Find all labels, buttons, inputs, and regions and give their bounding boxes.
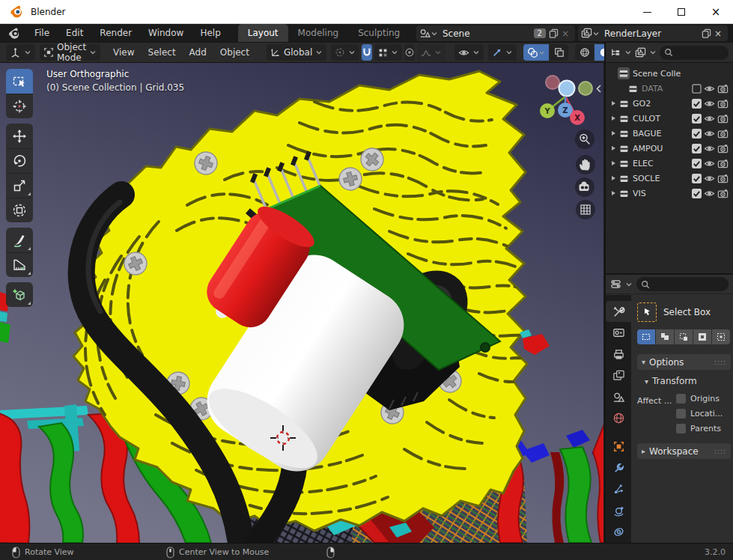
outliner-search[interactable]: [660, 46, 729, 60]
tab-modifiers[interactable]: [606, 457, 631, 478]
snap-toggle[interactable]: [362, 44, 372, 61]
select-mode-subtract[interactable]: [675, 329, 693, 344]
visibility-selector[interactable]: [454, 44, 484, 61]
minimize-button[interactable]: [630, 0, 664, 24]
exclude-checkbox-on[interactable]: [692, 159, 702, 168]
panel-grip-icon[interactable]: ::::: [714, 448, 726, 455]
shading-wireframe-button[interactable]: [575, 44, 594, 61]
menu-add[interactable]: Add: [183, 47, 213, 58]
overlays-toggle[interactable]: [523, 44, 549, 61]
hide-eye-icon[interactable]: [704, 83, 715, 94]
outliner-row-scene-collection[interactable]: Scene Colle: [606, 66, 733, 81]
snap-settings[interactable]: [374, 44, 402, 61]
expand-arrow-icon[interactable]: [609, 115, 618, 121]
affect-locations-option[interactable]: Locati...: [676, 409, 723, 419]
tab-modeling[interactable]: Modeling: [288, 24, 349, 42]
expand-arrow-icon[interactable]: [609, 145, 618, 151]
outliner-display-mode-icon[interactable]: [635, 47, 646, 58]
tab-particles[interactable]: [606, 479, 631, 500]
collection-name[interactable]: GO2: [633, 99, 692, 109]
camera-view-button[interactable]: [575, 177, 594, 197]
panel-grip-icon[interactable]: ::::: [714, 359, 726, 366]
exclude-checkbox-on[interactable]: [692, 174, 702, 183]
gizmos-selector[interactable]: [488, 44, 517, 61]
hide-eye-icon[interactable]: [704, 128, 715, 139]
tool-cursor[interactable]: [6, 94, 33, 118]
tool-rotate[interactable]: [6, 148, 33, 173]
editor-properties-icon[interactable]: [610, 279, 621, 290]
exclude-checkbox-off[interactable]: [692, 84, 702, 94]
proportional-falloff-selector[interactable]: [417, 44, 445, 61]
expand-arrow-icon[interactable]: [609, 130, 618, 136]
collection-name[interactable]: Scene Colle: [633, 69, 729, 79]
menu-edit[interactable]: Edit: [58, 24, 91, 42]
tab-constraints[interactable]: [606, 522, 631, 543]
menu-render[interactable]: Render: [91, 24, 140, 42]
orthographic-toggle-button[interactable]: [576, 200, 595, 219]
scene-selector[interactable]: Scene 2 ×: [416, 25, 575, 41]
select-mode-set[interactable]: [637, 329, 655, 344]
tab-render[interactable]: [606, 322, 631, 343]
collection-name[interactable]: SOCLE: [633, 174, 692, 183]
disable-render-camera-icon[interactable]: [717, 98, 729, 109]
disable-render-camera-icon[interactable]: [717, 128, 729, 139]
zoom-button[interactable]: [575, 130, 594, 149]
menu-help[interactable]: Help: [192, 24, 228, 42]
outliner-row-culot[interactable]: CULOT: [606, 111, 733, 126]
collection-name[interactable]: VIS: [633, 189, 692, 198]
transform-orientation-selector[interactable]: Global: [267, 44, 326, 61]
tool-move[interactable]: [6, 124, 33, 148]
mode-selector[interactable]: Object Mode: [40, 44, 100, 61]
hide-eye-icon[interactable]: [704, 188, 715, 199]
tab-sculpting[interactable]: Sculpting: [348, 24, 410, 42]
outliner-row-vis[interactable]: VIS: [606, 186, 733, 201]
collection-name[interactable]: DATA: [642, 84, 692, 94]
disable-render-camera-icon[interactable]: [717, 83, 729, 94]
exclude-checkbox-on[interactable]: [692, 129, 702, 139]
affect-parents-option[interactable]: Parents: [676, 424, 723, 433]
axis-ball-positive-z[interactable]: [559, 81, 575, 97]
exclude-checkbox-on[interactable]: [692, 189, 702, 198]
workspace-panel-header[interactable]: ▸ Workspace ::::: [637, 443, 731, 459]
outliner-row-data[interactable]: DATA: [606, 81, 733, 96]
unlink-scene-icon[interactable]: ×: [559, 28, 572, 39]
proportional-editing-toggle[interactable]: [404, 44, 415, 61]
expand-arrow-icon[interactable]: [609, 100, 618, 106]
outliner-row-elec[interactable]: ELEC: [606, 156, 733, 171]
hide-eye-icon[interactable]: [704, 158, 715, 169]
expand-arrow-icon[interactable]: [609, 190, 618, 196]
properties-search[interactable]: [636, 277, 729, 291]
outliner-search-input[interactable]: [676, 47, 724, 58]
menu-window[interactable]: Window: [140, 24, 192, 42]
expand-arrow-icon[interactable]: [609, 160, 618, 166]
outliner-row-bague[interactable]: BAGUE: [606, 126, 733, 141]
hide-eye-icon[interactable]: [704, 143, 715, 154]
tool-scale[interactable]: [6, 173, 33, 198]
tool-add-cube[interactable]: [6, 282, 33, 307]
transform-subpanel-header[interactable]: ▾ Transform: [645, 376, 731, 386]
checkbox[interactable]: [676, 424, 686, 433]
active-tool-icon[interactable]: [637, 302, 657, 322]
collection-name[interactable]: CULOT: [633, 114, 692, 124]
menu-file[interactable]: File: [26, 24, 58, 42]
collection-name[interactable]: AMPOU: [633, 144, 692, 153]
affect-origins-option[interactable]: Origins: [676, 394, 723, 404]
axis-ball-negative-x[interactable]: [546, 76, 559, 89]
outliner-row-socle[interactable]: SOCLE: [606, 171, 733, 186]
menu-select[interactable]: Select: [142, 47, 183, 58]
options-panel-header[interactable]: ▾ Options ::::: [637, 354, 731, 370]
tool-measure[interactable]: [6, 252, 33, 277]
properties-search-input[interactable]: [653, 279, 724, 290]
new-view-layer-icon[interactable]: [702, 28, 711, 38]
outliner-row-go2[interactable]: GO2: [606, 96, 733, 111]
close-button[interactable]: ×: [699, 0, 733, 24]
xray-toggle[interactable]: [550, 44, 568, 61]
view-layer-name[interactable]: RenderLayer: [600, 28, 702, 39]
select-mode-invert[interactable]: [693, 329, 711, 344]
blender-menu-logo-icon[interactable]: [7, 27, 20, 40]
outliner-row-ampoule[interactable]: AMPOU: [606, 141, 733, 156]
view-layer-selector[interactable]: RenderLayer ×: [578, 25, 728, 41]
axis-ball-negative-y[interactable]: [579, 82, 592, 95]
disable-render-camera-icon[interactable]: [717, 143, 729, 154]
tab-view-layer[interactable]: [606, 365, 631, 386]
